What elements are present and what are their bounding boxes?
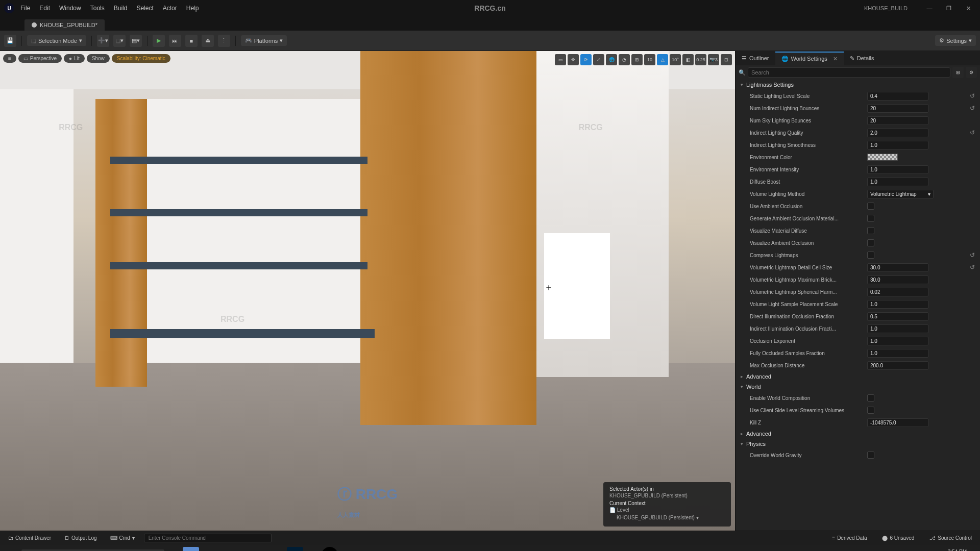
menu-actor[interactable]: Actor [163, 5, 177, 12]
skip-button[interactable]: ⏭ [169, 35, 181, 47]
menu-edit[interactable]: Edit [39, 5, 50, 12]
nvidia-icon[interactable]: ◆ [304, 547, 321, 551]
reset-icon[interactable]: ↺ [970, 129, 975, 136]
value-input[interactable] [867, 418, 928, 427]
checkbox[interactable] [867, 252, 874, 259]
filter-button[interactable]: ⊞ [952, 67, 964, 78]
value-input[interactable] [867, 141, 928, 149]
value-input[interactable] [867, 116, 928, 125]
menu-build[interactable]: Build [114, 5, 128, 12]
angle-snap-value[interactable]: 10° [670, 54, 681, 65]
selection-mode-button[interactable]: ⬚Selection Mode▾ [27, 35, 86, 46]
scale-snap-toggle[interactable]: ◧ [682, 54, 694, 65]
reset-icon[interactable]: ↺ [970, 92, 975, 99]
settings-button[interactable]: ⚙Settings▾ [935, 35, 976, 46]
select-tool[interactable]: ▭ [555, 54, 566, 65]
category-advanced-2[interactable]: Advanced [736, 429, 980, 439]
cmd-dropdown[interactable]: ⌨ Cmd ▾ [106, 534, 139, 542]
explorer-icon[interactable]: 📁 [217, 547, 234, 551]
context-line5[interactable]: KHOUSE_GPUBUILD (Persistent) ▾ [609, 515, 725, 520]
context-line4[interactable]: 📄 Level [609, 507, 725, 513]
value-input[interactable] [867, 178, 928, 186]
add-content-button[interactable]: ➕▾ [97, 35, 109, 47]
play-options-button[interactable]: ⋮ [218, 35, 230, 47]
value-input[interactable] [867, 312, 928, 321]
tab-outliner[interactable]: ☰ Outliner [736, 52, 775, 65]
tab-world-settings[interactable]: 🌐 World Settings✕ [775, 52, 844, 65]
translate-tool[interactable]: ✥ [568, 54, 579, 65]
start-button[interactable]: ⊞ [2, 547, 20, 551]
scalability-button[interactable]: Scalability: Cinematic [112, 54, 170, 63]
value-input[interactable] [867, 263, 928, 272]
level-tab[interactable]: KHOUSE_GPUBUILD* [24, 19, 105, 31]
cinematics-button[interactable]: ▤▾ [130, 35, 142, 47]
search-input[interactable] [748, 67, 950, 78]
blueprint-button[interactable]: ⬚▾ [113, 35, 126, 47]
console-command-input[interactable] [144, 534, 272, 542]
angle-snap-toggle[interactable]: △ [657, 54, 668, 65]
reset-icon[interactable]: ↺ [970, 105, 975, 112]
category-lightmass[interactable]: Lightmass Settings [736, 80, 980, 90]
checkbox[interactable] [867, 215, 874, 222]
reset-icon[interactable]: ↺ [970, 264, 975, 271]
scale-snap-value[interactable]: 0.25 [695, 54, 706, 65]
menu-tools[interactable]: Tools [90, 5, 105, 12]
play-button[interactable]: ▶ [153, 35, 165, 47]
settings-gear-button[interactable]: ⚙ [966, 67, 977, 78]
value-input[interactable] [867, 324, 928, 333]
output-log-button[interactable]: 🗒 Output Log [60, 534, 101, 542]
grid-snap-value[interactable]: 10 [644, 54, 655, 65]
minimize-button[interactable]: — [922, 3, 937, 13]
app-1[interactable]: 🖼 [183, 547, 199, 551]
show-button[interactable]: Show [87, 54, 110, 63]
value-input[interactable] [867, 104, 928, 113]
platforms-button[interactable]: 🎮Platforms▾ [241, 35, 287, 46]
viewport[interactable]: ＋ RRCG RRCG RRCG ⓡ RRCG人人素材 ≡ ▭Perspecti… [0, 51, 735, 531]
unsaved-button[interactable]: ⬤ 6 Unsaved [878, 534, 918, 542]
color-swatch[interactable] [867, 154, 898, 161]
scale-tool[interactable]: ⤢ [593, 54, 604, 65]
content-drawer-button[interactable]: 🗂 Content Drawer [4, 534, 55, 542]
source-control-button[interactable]: ⎇ Source Control [925, 534, 976, 542]
world-local-toggle[interactable]: 🌐 [606, 54, 617, 65]
unreal-icon[interactable]: U [322, 547, 338, 551]
close-icon[interactable]: ✕ [833, 56, 838, 62]
property-list[interactable]: Lightmass Settings Static Lighting Level… [736, 80, 980, 531]
tab-details[interactable]: ✎ Details [844, 52, 880, 65]
menu-select[interactable]: Select [136, 5, 153, 12]
menu-help[interactable]: Help [186, 5, 199, 12]
category-world[interactable]: World [736, 382, 980, 392]
rotate-tool[interactable]: ⟳ [580, 54, 592, 65]
value-input[interactable] [867, 361, 928, 370]
menu-file[interactable]: File [20, 5, 30, 12]
category-advanced-1[interactable]: Advanced [736, 371, 980, 382]
viewport-maximize[interactable]: ⊡ [721, 54, 732, 65]
stop-button[interactable]: ■ [185, 35, 198, 47]
menu-window[interactable]: Window [59, 5, 81, 12]
ue-logo[interactable]: U [4, 3, 14, 13]
save-button[interactable]: 💾 [4, 35, 16, 47]
photoshop-icon[interactable]: Ps [287, 547, 303, 551]
checkbox[interactable] [867, 452, 874, 459]
grid-snap-toggle[interactable]: ⊞ [631, 54, 643, 65]
tray-clock[interactable]: 3:54 PM 2/28/2023 [944, 549, 967, 551]
checkbox[interactable] [867, 407, 874, 414]
mail-icon[interactable]: ✉ [252, 547, 268, 551]
surface-snap-toggle[interactable]: ◔ [619, 54, 630, 65]
value-input[interactable] [867, 300, 928, 309]
maximize-button[interactable]: ❐ [941, 3, 957, 13]
app-2[interactable]: ▤ [200, 547, 216, 551]
viewport-menu-button[interactable]: ≡ [3, 54, 16, 63]
chrome-icon[interactable]: 🟢 [235, 547, 251, 551]
checkbox[interactable] [867, 394, 874, 402]
value-input[interactable] [867, 92, 928, 101]
value-input[interactable] [867, 276, 928, 284]
browser-icon[interactable]: 🌐 [270, 547, 286, 551]
category-physics[interactable]: Physics [736, 439, 980, 449]
checkbox[interactable] [867, 203, 874, 210]
taskview-icon[interactable]: ▭ [165, 547, 182, 551]
derived-data-button[interactable]: ≡ Derived Data [828, 534, 871, 542]
value-input[interactable] [867, 349, 928, 358]
camera-speed[interactable]: 📷3 [708, 54, 719, 65]
perspective-button[interactable]: ▭Perspective [18, 54, 62, 63]
